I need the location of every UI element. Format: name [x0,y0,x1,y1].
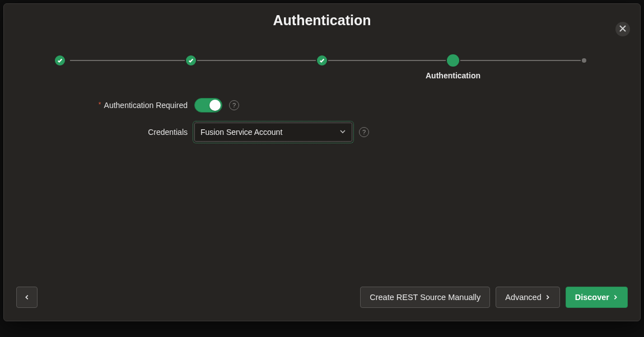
close-icon [619,25,626,34]
wizard-stepper: Authentication [60,49,584,82]
toggle-knob [209,100,221,111]
modal-title: Authentication [273,12,371,29]
chevron-left-icon [24,293,30,302]
authentication-modal: Authentication Authentication [3,3,641,321]
advanced-button[interactable]: Advanced [496,287,560,308]
label-auth-required: * Authentication Required [4,101,194,110]
modal-header: Authentication [4,4,640,36]
check-icon [55,55,65,65]
create-rest-source-manually-button[interactable]: Create REST Source Manually [360,287,490,308]
button-label: Advanced [505,293,542,302]
auth-required-toggle[interactable] [194,98,222,113]
pending-step-dot [582,58,586,63]
label-credentials: Credentials [4,128,194,137]
discover-button[interactable]: Discover [566,287,628,308]
row-auth-required: * Authentication Required ? [4,98,640,113]
help-icon[interactable]: ? [359,127,369,137]
label-text: Credentials [148,128,188,137]
step-label-authentication: Authentication [426,71,480,80]
chevron-down-icon [339,128,346,137]
close-button[interactable] [615,22,630,36]
button-label: Create REST Source Manually [370,293,480,302]
check-icon [317,55,327,65]
row-credentials: Credentials Fusion Service Account ? [4,123,640,142]
credentials-select[interactable]: Fusion Service Account [194,123,352,142]
label-text: Authentication Required [104,101,188,110]
back-button[interactable] [16,287,38,308]
help-icon[interactable]: ? [229,100,239,110]
chevron-right-icon [545,293,550,302]
modal-footer: Create REST Source Manually Advanced Dis… [4,284,640,321]
check-icon [186,55,196,65]
button-label: Discover [575,293,609,302]
select-value: Fusion Service Account [200,128,282,137]
chevron-right-icon [613,293,618,302]
required-indicator: * [99,101,101,109]
current-step-dot [447,54,459,67]
form-area: * Authentication Required ? Credentials … [4,82,640,284]
